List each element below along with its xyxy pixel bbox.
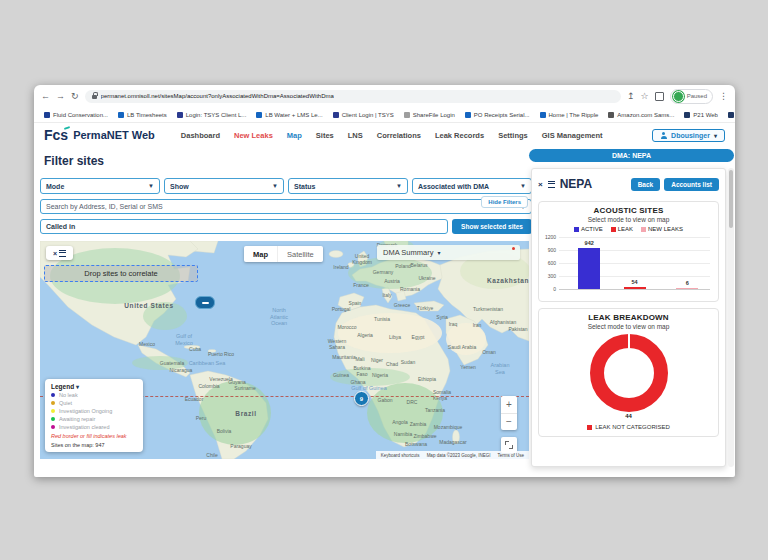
legend-dot [51,417,55,421]
back-icon[interactable]: ← [41,92,50,101]
bar-new-leaks[interactable] [676,288,698,289]
chevron-down-icon: ▾ [437,249,440,256]
nav-item-leak-records[interactable]: Leak Records [435,131,484,140]
chart-legend-item[interactable]: NEW LEAKS [641,226,683,232]
status-select[interactable]: Status▼ [288,178,408,194]
bar-chart-legend: ACTIVELEAKNEW LEAKS [544,226,713,232]
scrollbar-thumb[interactable] [729,170,733,228]
bookmark-item[interactable]: ShareFile Login [404,112,455,118]
satellite-tab[interactable]: Satellite [277,246,323,262]
user-menu-button[interactable]: Dbousinger ▾ [652,129,725,142]
app-header: Fcs PermaNET Web DashboardNew LeaksMapSi… [34,123,735,147]
chart-legend-item[interactable]: ACTIVE [574,226,603,232]
chevron-down-icon: ▾ [714,132,717,139]
map-canvas[interactable]: United StatesMexicoCubaPuerto RicoGuatem… [40,241,529,459]
nav-item-sites[interactable]: Sites [316,131,334,140]
bookmark-item[interactable]: Amazon.com Sams... [608,112,674,118]
reload-icon[interactable]: ↻ [71,92,79,101]
nav-item-settings[interactable]: Settings [498,131,528,140]
search-input[interactable]: Search by Address, ID, Serial or SMS ▼ [40,199,532,214]
y-tick-label: 1200 [545,234,556,240]
bookmark-label: Client Login | TSYS [342,112,394,118]
bookmark-item[interactable]: Fluid Conservation... [44,112,108,118]
bookmark-item[interactable]: PO Receipts Serial... [465,112,530,118]
bookmark-item[interactable]: Login: TSYS Client L... [177,112,247,118]
bookmark-star-icon[interactable]: ☆ [641,92,649,101]
bookmark-label: Login: TSYS Client L... [186,112,247,118]
menu-dots-icon[interactable]: ⋮ [719,92,728,101]
bar-plot-area: 942546 [559,237,710,290]
bookmark-item[interactable]: P21 Web [684,112,718,118]
site-cluster-marker[interactable] [195,296,215,309]
legend-item-label: Awaiting repair [59,416,95,422]
chart-title: LEAK BREAKDOWN [544,313,713,322]
bookmark-label: LB Timesheets [127,112,167,118]
bar-active[interactable] [578,248,600,289]
dma-summary-dropdown[interactable]: DMA Summary ▾ [377,245,520,260]
bookmark-favicon [256,112,262,118]
map-attribution: Keyboard shortcutsMap data ©2023 Google,… [376,451,529,459]
nav-item-map[interactable]: Map [287,131,302,140]
share-icon[interactable]: ↥ [627,92,635,101]
forward-icon[interactable]: → [56,92,65,101]
donut-chart: 44 LEAK NOT CATEGORISED [544,333,713,430]
chart-legend-item[interactable]: LEAK [611,226,633,232]
bookmark-item[interactable]: Home | The Ripple [540,112,599,118]
bookmark-favicon [177,112,183,118]
extension-icon[interactable] [655,92,664,101]
called-in-input[interactable]: Called in [40,219,448,234]
bookmark-item[interactable]: FCS Identity [728,112,735,118]
map-tab[interactable]: Map [244,246,277,262]
legend-item: Awaiting repair [51,416,137,422]
bookmark-item[interactable]: LB Timesheets [118,112,167,118]
legend-items: No leakQuietInvestigation OngoingAwaitin… [51,392,137,430]
legend-leak-note: Red border or fill indicates leak [51,433,137,440]
donut-legend-item[interactable]: LEAK NOT CATEGORISED [587,424,669,430]
legend-item: No leak [51,392,137,398]
map-legend[interactable]: Legend ▾ No leakQuietInvestigation Ongoi… [45,379,143,452]
bookmark-item[interactable]: Client Login | TSYS [333,112,394,118]
attribution-link[interactable]: Keyboard shortcuts [381,453,420,458]
lock-icon[interactable] [92,95,97,99]
donut-graphic [589,333,669,413]
bar-value-label: 942 [585,240,594,246]
show-select[interactable]: Show▼ [164,178,284,194]
mode-select[interactable]: Mode▼ [40,178,160,194]
address-bar[interactable]: permanet.omnisoll.net/sitesMap/account?o… [85,90,621,103]
legend-title[interactable]: Legend ▾ [51,383,137,390]
nav-item-gis-management[interactable]: GIS Management [542,131,603,140]
chart-legend-label: NEW LEAKS [648,226,683,232]
legend-swatch [574,227,579,232]
zoom-out-button[interactable]: − [501,414,517,431]
app-title: PermaNET Web [73,129,155,141]
accounts-list-button[interactable]: Accounts list [664,178,719,191]
main-nav: DashboardNew LeaksMapSitesLNSCorrelation… [181,131,603,140]
bookmark-item[interactable]: LB Water + LMS Le... [256,112,322,118]
map-layers-button[interactable]: × [46,246,73,260]
drop-sites-target[interactable]: Drop sites to correlate [44,265,198,282]
legend-item: Investigation Ongoing [51,408,137,414]
nav-item-dashboard[interactable]: Dashboard [181,131,220,140]
back-button[interactable]: Back [631,178,661,191]
chart-subtitle: Select mode to view on map [544,216,713,223]
brand[interactable]: Fcs PermaNET Web [44,128,155,142]
nav-item-correlations[interactable]: Correlations [377,131,421,140]
zoom-in-button[interactable]: + [501,396,517,414]
site-cluster-marker[interactable]: 9 [354,391,369,406]
legend-dot [51,425,55,429]
nav-item-new-leaks[interactable]: New Leaks [234,131,273,140]
dma-header-pill[interactable]: DMA: NEPA [529,149,734,162]
bar-leak[interactable] [624,287,646,289]
called-in-row: Called in Show selected sites [40,219,532,234]
profile-badge[interactable]: Paused [670,89,713,104]
nav-item-lns[interactable]: LNS [348,131,363,140]
attribution-link[interactable]: Terms of Use [497,453,524,458]
sidebar-scrollbar[interactable] [728,168,734,467]
bar-value-label: 6 [686,280,689,286]
list-icon [59,250,66,257]
show-selected-sites-button[interactable]: Show selected sites [452,219,532,234]
dma-sidebar: DMA: NEPA × NEPA Back Accounts list ACOU… [529,149,734,471]
dma-select[interactable]: Associated with DMA▼ [412,178,532,194]
bookmark-label: Home | The Ripple [549,112,599,118]
hide-filters-button[interactable]: Hide Filters [481,196,528,208]
